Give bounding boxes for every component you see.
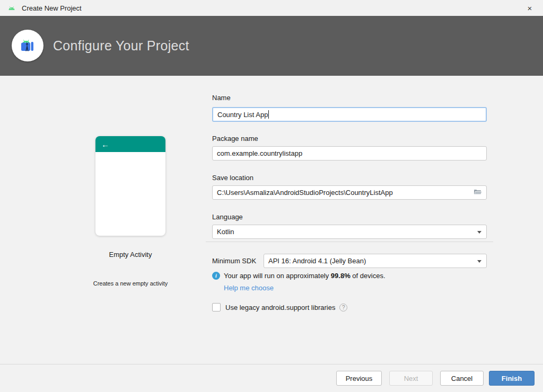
folder-browse-icon[interactable] — [474, 189, 482, 197]
titlebar: Create New Project × — [0, 0, 543, 16]
previous-button[interactable]: Previous — [336, 371, 382, 386]
chevron-down-icon — [477, 260, 481, 263]
minimum-sdk-dropdown[interactable]: API 16: Android 4.1 (Jelly Bean) — [264, 254, 487, 268]
page-title: Configure Your Project — [53, 16, 189, 76]
legacy-support-row: Use legacy android.support libraries ? — [212, 303, 347, 311]
android-icon — [6, 4, 17, 12]
bottom-separator — [0, 364, 543, 364]
package-name-input[interactable]: com.example.countrylistapp — [212, 146, 487, 161]
sdk-coverage-info: i Your app will run on approximately 99.… — [212, 272, 386, 280]
template-name: Empty Activity — [83, 251, 178, 259]
language-label: Language — [212, 213, 243, 221]
package-name-label: Package name — [212, 135, 258, 142]
android-studio-logo — [12, 30, 43, 61]
template-preview-card: ← — [95, 136, 165, 236]
save-location-input[interactable]: C:\Users\Asmaliza\AndroidStudioProjects\… — [212, 185, 487, 200]
name-label: Name — [212, 94, 231, 102]
name-input[interactable]: Country List App — [212, 107, 487, 122]
next-button: Next — [389, 371, 433, 386]
save-location-label: Save location — [212, 174, 253, 182]
section-divider — [206, 242, 493, 242]
close-icon[interactable]: × — [521, 0, 539, 16]
info-icon: i — [212, 272, 220, 280]
cancel-button[interactable]: Cancel — [440, 371, 484, 386]
dialog-title: Create New Project — [22, 4, 82, 12]
finish-button[interactable]: Finish — [489, 371, 535, 386]
template-description: Creates a new empty activity — [72, 280, 189, 287]
device-coverage-percent: 99.8% — [331, 272, 351, 280]
help-icon[interactable]: ? — [339, 304, 347, 311]
back-arrow-icon: ← — [101, 140, 109, 149]
help-me-choose-link[interactable]: Help me choose — [224, 284, 274, 292]
legacy-support-label: Use legacy android.support libraries — [225, 304, 335, 311]
header-banner: Configure Your Project — [0, 16, 543, 76]
language-dropdown[interactable]: Kotlin — [212, 225, 487, 239]
text-cursor — [268, 110, 269, 119]
create-new-project-dialog: Create New Project × Configure Your Proj… — [0, 0, 543, 392]
template-preview-appbar: ← — [95, 136, 165, 152]
minimum-sdk-label: Minimum SDK — [212, 254, 256, 268]
legacy-support-checkbox[interactable] — [212, 303, 221, 311]
chevron-down-icon — [477, 231, 481, 234]
